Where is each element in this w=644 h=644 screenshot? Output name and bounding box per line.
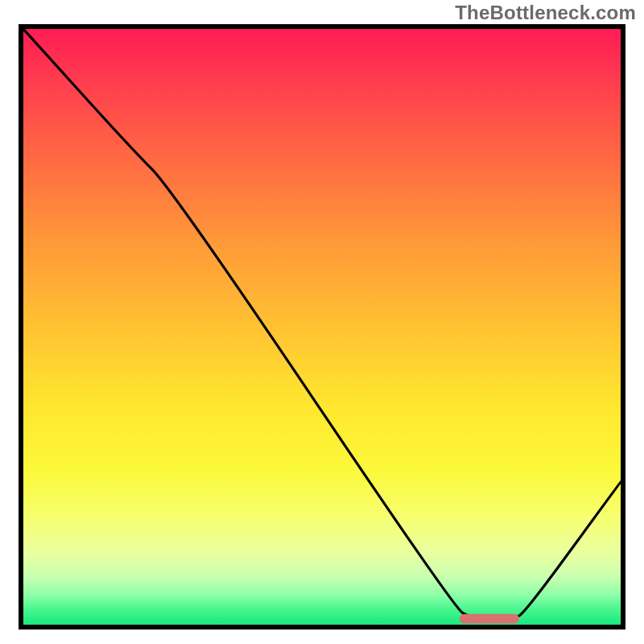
chart-container: TheBottleneck.com xyxy=(0,0,644,644)
plot-svg xyxy=(23,29,621,625)
marker-bar xyxy=(460,614,519,624)
plot-frame xyxy=(19,24,625,630)
watermark-text: TheBottleneck.com xyxy=(455,2,636,24)
curve-line xyxy=(23,29,621,619)
